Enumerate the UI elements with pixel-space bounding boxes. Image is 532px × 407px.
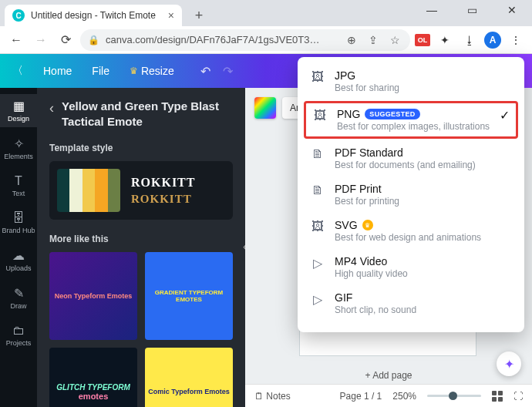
grid-view-icon[interactable]	[492, 391, 503, 402]
option-pdf-print[interactable]: 🗎 PDF Print Best for printing	[298, 177, 524, 213]
file-menu[interactable]: File	[86, 62, 116, 80]
download-icon[interactable]: ⭳	[460, 30, 480, 50]
option-svg[interactable]: 🖼 SVG ♛ Best for web design and animatio…	[298, 213, 524, 249]
fullscreen-icon[interactable]: ⛶	[513, 391, 523, 402]
browser-tab[interactable]: C Untitled design - Twitch Emote ×	[5, 5, 182, 26]
brandhub-icon: 🗄	[12, 211, 25, 225]
thumb-neon[interactable]: Neon Typeform Emotes	[49, 252, 137, 340]
nav-back[interactable]: ←	[6, 30, 26, 50]
projects-icon: 🗀	[12, 324, 25, 338]
undo-button[interactable]: ↶	[200, 64, 210, 79]
document-icon: 🗎	[310, 183, 325, 198]
lock-icon: 🔒	[88, 35, 99, 45]
font-preview: ROKKITT ROKKITT	[131, 176, 195, 206]
window-minimize[interactable]: ―	[416, 4, 447, 16]
share-icon[interactable]: ⇪	[365, 34, 381, 46]
window-controls: ― ▭ ✕	[416, 0, 532, 20]
back-chevron[interactable]: 〈	[6, 61, 29, 81]
crown-icon: ♛	[130, 66, 138, 76]
style-card[interactable]: ROKKITT ROKKITT	[49, 161, 233, 220]
url-box[interactable]: 🔒 canva.com/design/DAFn76JaF7A/1gsJVE0T3…	[80, 29, 410, 51]
gif-icon: ▷	[310, 291, 325, 307]
tab-close-icon[interactable]: ×	[168, 9, 174, 22]
thumb-comic[interactable]: Comic Typeform Emotes	[145, 348, 233, 407]
rail-draw[interactable]: ✎Draw	[0, 281, 37, 314]
window-close[interactable]: ✕	[497, 4, 527, 16]
thumb-gradient[interactable]: GRADIENT TYPEFORM EMOTES	[145, 252, 233, 340]
template-thumbs: Neon Typeform Emotes GRADIENT TYPEFORM E…	[49, 252, 233, 407]
elements-icon: ✧	[14, 136, 24, 151]
suggested-badge: SUGGESTED	[365, 109, 419, 119]
canva-favicon: C	[12, 9, 25, 22]
panel-title: Yellow and Green Type Blast Tactical Emo…	[62, 99, 233, 129]
rail-uploads[interactable]: ☁Uploads	[0, 244, 37, 277]
option-png[interactable]: 🖼 PNGSUGGESTED Best for complex images, …	[304, 101, 518, 139]
crown-icon: ♛	[362, 220, 373, 230]
design-panel: ‹ Yellow and Green Type Blast Tactical E…	[37, 88, 245, 407]
text-icon: T	[15, 174, 22, 188]
rail-text[interactable]: TText	[0, 170, 37, 202]
draw-icon: ✎	[14, 286, 24, 301]
template-style-label: Template style	[49, 143, 233, 153]
zoom-label[interactable]: 250%	[392, 391, 416, 402]
nav-reload[interactable]: ⟳	[56, 30, 76, 50]
thumb-glitch[interactable]: GLITCH TYPEFORMemotes	[49, 348, 137, 407]
resize-button[interactable]: ♛Resize	[123, 62, 180, 80]
image-icon: 🖼	[310, 69, 325, 85]
rail-projects[interactable]: 🗀Projects	[0, 319, 37, 352]
zoom-slider[interactable]	[427, 395, 481, 397]
browser-menu-icon[interactable]: ⋮	[506, 30, 526, 50]
address-bar: ← → ⟳ 🔒 canva.com/design/DAFn76JaF7A/1gs…	[0, 26, 532, 54]
extensions-icon[interactable]: ✦	[435, 30, 455, 50]
search-icon[interactable]: ⊕	[344, 34, 359, 46]
left-rail: ▦Design ✧Elements TText 🗄Brand Hub ☁Uplo…	[0, 88, 37, 407]
page-indicator[interactable]: Page 1 / 1	[340, 391, 382, 402]
notes-button[interactable]: 🗒 Notes	[254, 391, 291, 402]
window-maximize[interactable]: ▭	[456, 4, 487, 16]
color-swatches	[57, 169, 120, 212]
rail-design[interactable]: ▦Design	[0, 94, 37, 127]
new-tab-button[interactable]: +	[188, 5, 210, 26]
add-page-button[interactable]: + Add page	[365, 370, 412, 381]
option-mp4[interactable]: ▷ MP4 Video High quality video	[298, 249, 524, 285]
tab-title: Untitled design - Twitch Emote	[31, 10, 156, 21]
home-button[interactable]: Home	[37, 62, 78, 80]
check-icon: ✓	[500, 108, 510, 123]
uploads-icon: ☁	[12, 248, 25, 263]
design-icon: ▦	[13, 99, 25, 113]
option-jpg[interactable]: 🖼 JPG Best for sharing	[298, 63, 524, 99]
video-icon: ▷	[310, 255, 325, 271]
document-icon: 🗎	[310, 146, 325, 162]
star-icon[interactable]: ☆	[387, 34, 402, 46]
redo-button[interactable]: ↷	[223, 64, 233, 79]
assistant-fab[interactable]: ✦	[497, 352, 521, 376]
option-pdf-standard[interactable]: 🗎 PDF Standard Best for documents (and e…	[298, 140, 524, 177]
download-format-dropdown: 🖼 JPG Best for sharing 🖼 PNGSUGGESTED Be…	[298, 57, 524, 332]
more-like-this-label: More like this	[49, 234, 233, 244]
url-text: canva.com/design/DAFn76JaF7A/1gsJVE0T3…	[106, 34, 338, 45]
panel-back[interactable]: ‹	[49, 100, 54, 116]
extension-ol[interactable]: OL	[415, 34, 430, 46]
status-bar: 🗒 Notes Page 1 / 1 250% ⛶	[245, 384, 532, 407]
background-color-picker[interactable]	[254, 97, 276, 119]
nav-forward[interactable]: →	[31, 30, 51, 50]
image-icon: 🖼	[310, 219, 325, 234]
profile-avatar[interactable]: A	[484, 32, 501, 49]
rail-brand-hub[interactable]: 🗄Brand Hub	[0, 207, 37, 239]
image-icon: 🖼	[312, 108, 328, 123]
option-gif[interactable]: ▷ GIF Short clip, no sound	[298, 285, 524, 321]
rail-elements[interactable]: ✧Elements	[0, 132, 37, 165]
